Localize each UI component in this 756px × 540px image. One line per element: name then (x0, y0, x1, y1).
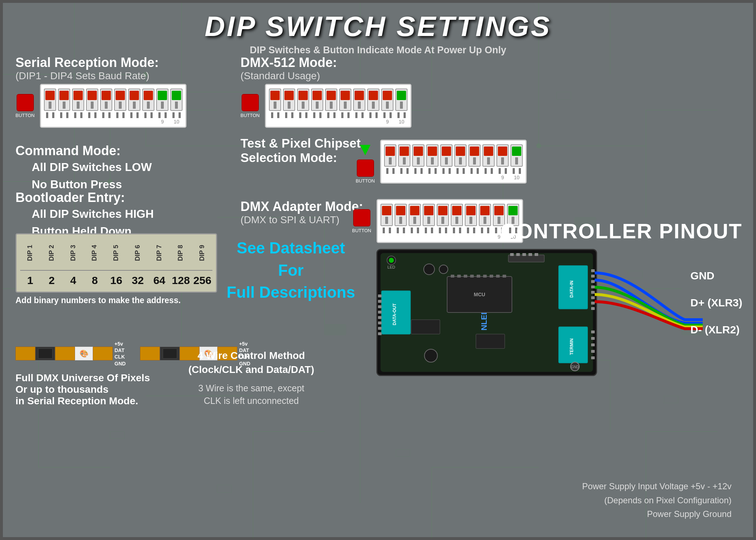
svg-rect-32 (378, 321, 382, 324)
dip-header-8: DIP 8 (171, 239, 191, 266)
dip-header-6: DIP 6 (128, 239, 148, 266)
svg-rect-62 (503, 275, 506, 278)
svg-rect-33 (378, 327, 382, 330)
svg-rect-61 (496, 275, 500, 278)
serial-reception-title: Serial Reception Mode: (15, 55, 159, 70)
svg-rect-38 (591, 275, 595, 278)
dmx-adapter-dip-wrapper: BUTTON (352, 199, 523, 243)
board-svg: LED NLED DATA-OUT DATA-IN (375, 248, 598, 377)
dip-val-8: 128 (171, 274, 191, 287)
svg-rect-71 (535, 253, 538, 256)
svg-rect-51 (591, 356, 595, 359)
dip-val-9: 256 (192, 274, 212, 287)
power-ground-note: Power Supply Ground (582, 509, 732, 519)
svg-rect-72 (411, 320, 440, 334)
test-pixel-dip-wrapper: ▼ BUTTON (356, 140, 527, 184)
svg-point-65 (424, 349, 437, 362)
dip-header-1: DIP 1 (20, 239, 40, 266)
svg-rect-29 (378, 305, 382, 308)
svg-rect-55 (457, 275, 461, 278)
svg-rect-58 (477, 275, 480, 278)
pinout-gnd: GND (690, 262, 742, 289)
dip-header-9: DIP 9 (192, 239, 212, 266)
svg-rect-60 (490, 275, 493, 278)
svg-rect-14 (628, 271, 643, 278)
svg-point-3 (537, 144, 541, 148)
svg-rect-57 (470, 275, 474, 278)
dip-val-4: 8 (85, 274, 105, 287)
svg-rect-11 (289, 128, 303, 135)
dmx512-sub: (Standard Usage) (240, 70, 337, 82)
dip-header-4: DIP 4 (85, 239, 105, 266)
serial-reception-sub: (DIP1 - DIP4 Sets Baud Rate) (15, 70, 159, 82)
svg-rect-30 (378, 311, 382, 314)
subtitle: DIP Switches & Button Indicate Mode At P… (204, 45, 551, 56)
bootloader-section: Bootloader Entry: All DIP Switches HIGH … (15, 190, 154, 240)
dip-header-2: DIP 2 (42, 239, 62, 266)
svg-rect-39 (591, 280, 595, 283)
controller-board-area: LED NLED DATA-OUT DATA-IN (375, 248, 598, 379)
dmx-adapter-title: DMX Adapter Mode: (240, 199, 363, 214)
power-voltage-note: Power Supply Input Voltage +5v - +12v (D… (582, 480, 732, 507)
dip-table-wrapper: DIP 1 DIP 2 DIP 3 DIP 4 DIP 5 DIP 6 DIP … (15, 233, 217, 305)
test-pixel-button-area: ▼ BUTTON (356, 140, 375, 184)
dmx512-button: BUTTON (240, 94, 260, 118)
wire-3-method: 3 Wire is the same, except CLK is left u… (176, 382, 327, 407)
dmx-adapter-button: BUTTON (352, 209, 371, 233)
svg-rect-17 (396, 449, 410, 456)
command-mode-desc: All DIP Switches LOW No Button Press (32, 158, 152, 193)
svg-rect-59 (483, 275, 487, 278)
main-title: DIP Switch Settings (204, 10, 551, 43)
dip-val-5: 16 (106, 274, 126, 287)
svg-rect-16 (217, 485, 231, 492)
svg-rect-47 (591, 330, 595, 333)
svg-rect-56 (464, 275, 467, 278)
svg-rect-15 (110, 432, 125, 439)
svg-text:TERMIN: TERMIN (569, 338, 574, 355)
dip-val-6: 32 (128, 274, 148, 287)
dip-table-values-row: 1 2 4 8 16 32 64 128 256 (20, 274, 212, 287)
svg-rect-37 (591, 269, 595, 272)
svg-rect-6 (324, 324, 346, 335)
test-pixel-dip-block: 9 10 (380, 140, 527, 184)
svg-text:MCU: MCU (474, 292, 485, 297)
dmx-adapter-section: DMX Adapter Mode: (DMX to SPI & UART) (240, 199, 363, 231)
pinout-dplus: D+ (XLR3) (690, 289, 742, 316)
svg-rect-66 (508, 255, 544, 262)
serial-dip-wrapper: BUTTON (15, 84, 186, 128)
svg-rect-31 (378, 316, 382, 319)
svg-rect-18 (664, 396, 678, 403)
title-area: DIP Switch Settings DIP Switches & Butto… (204, 10, 551, 56)
power-supply-notes: Power Supply Input Voltage +5v - +12v (D… (582, 480, 732, 519)
test-pixel-section: Test & Pixel Chipset Selection Mode: (240, 136, 361, 166)
svg-text:DATA-OUT: DATA-OUT (392, 303, 397, 325)
svg-point-64 (439, 265, 448, 274)
svg-rect-54 (451, 275, 454, 278)
svg-rect-34 (378, 332, 382, 335)
serial-button: BUTTON (15, 94, 35, 118)
dip-header-7: DIP 7 (149, 239, 170, 266)
svg-rect-28 (378, 300, 382, 303)
svg-text:DATA-IN: DATA-IN (569, 280, 574, 298)
wire-method-section: 4 Wire Control Method (Clock/CLK and Dat… (176, 348, 327, 407)
dip-val-2: 2 (42, 274, 62, 287)
dmx512-section: DMX-512 Mode: (Standard Usage) (240, 55, 337, 87)
dip-val-1: 1 (20, 274, 40, 287)
serial-dip-block: 9 10 (40, 84, 186, 128)
svg-rect-41 (591, 291, 595, 294)
svg-rect-50 (591, 350, 595, 353)
dip-val-3: 4 (63, 274, 84, 287)
test-pixel-title: Test & Pixel Chipset Selection Mode: (240, 136, 361, 165)
svg-rect-49 (591, 343, 595, 346)
command-mode-section: Command Mode: All DIP Switches LOW No Bu… (15, 143, 152, 193)
svg-rect-27 (378, 294, 382, 297)
svg-text:GND: GND (571, 365, 579, 369)
controller-pinout-title-area: Controller Pinout (500, 219, 742, 243)
dip-header-5: DIP 5 (106, 239, 126, 266)
dip-val-7: 64 (149, 274, 170, 287)
bootloader-title: Bootloader Entry: (15, 190, 154, 205)
pinout-labels: GND D+ (XLR3) D- (XLR2) (690, 262, 742, 343)
main-container: DIP Switch Settings DIP Switches & Butto… (0, 0, 756, 540)
pinout-dminus: D- (XLR2) (690, 316, 742, 343)
svg-rect-40 (591, 285, 595, 288)
